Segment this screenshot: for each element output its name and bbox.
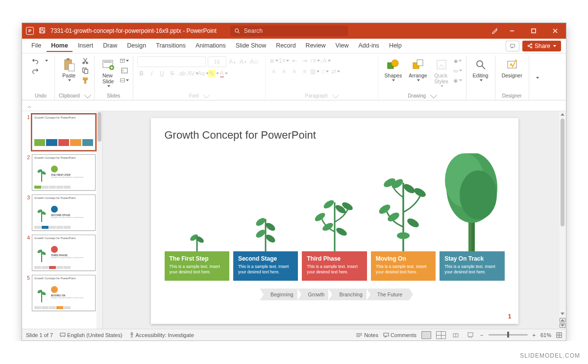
tab-file[interactable]: File — [27, 40, 46, 52]
clear-format-button[interactable]: A◇ — [250, 57, 259, 66]
thumbnail-panel[interactable]: 1Growth Concept for PowerPoint2Growth Co… — [22, 111, 103, 329]
arrow-branching[interactable]: Branching — [328, 289, 369, 300]
thumbnail-3[interactable]: 3Growth Concept for PowerPointSECOND STA… — [24, 194, 100, 231]
search-input[interactable]: Search — [230, 25, 348, 36]
collapse-ribbon-button[interactable] — [533, 74, 541, 82]
stage-5[interactable]: Stay On TrackThis is a sample text. Inse… — [440, 153, 504, 281]
highlight-button[interactable]: ✎ — [209, 69, 218, 78]
save-icon[interactable] — [39, 27, 46, 35]
thumbnail-scrollbar[interactable] — [97, 111, 102, 329]
stage-card-2[interactable]: Second StageThis is a sample text. Inser… — [233, 251, 298, 281]
stage-card-4[interactable]: Moving OnThis is a sample text. Insert y… — [371, 251, 436, 281]
zoom-out-button[interactable]: − — [480, 332, 483, 338]
canvas-scrollbar[interactable] — [559, 111, 566, 329]
new-slide-button[interactable]: New Slide — [98, 56, 118, 89]
qat-dropdown[interactable] — [27, 103, 33, 109]
slide-title[interactable]: Growth Concept for PowerPoint — [165, 129, 505, 142]
stage-2[interactable]: Second StageThis is a sample text. Inser… — [233, 211, 298, 281]
arrow-growth[interactable]: Growth — [297, 289, 332, 300]
thumbnail-2[interactable]: 2Growth Concept for PowerPointTHE FIRST … — [24, 154, 100, 191]
comments-pane-button[interactable]: Comments — [383, 332, 416, 338]
thumbnail-4[interactable]: 4Growth Concept for PowerPointTHIRD PHAS… — [24, 235, 100, 271]
close-button[interactable] — [544, 23, 566, 39]
bold-button[interactable]: B — [137, 69, 146, 78]
reset-button[interactable] — [120, 66, 129, 75]
columns-button[interactable]: ▥ — [311, 67, 319, 76]
zoom-in-button[interactable]: + — [533, 332, 536, 338]
slideshow-button[interactable] — [466, 331, 475, 339]
align-left-button[interactable]: ≡ — [270, 67, 278, 76]
undo-dropdown[interactable] — [42, 56, 50, 65]
language-status[interactable]: English (United States) — [60, 332, 122, 338]
stage-card-1[interactable]: The First StepThis is a sample text. Ins… — [165, 251, 229, 281]
fit-window-button[interactable] — [556, 332, 562, 338]
editing-button[interactable]: Editing — [470, 56, 491, 83]
notes-button[interactable]: Notes — [356, 332, 378, 338]
font-color-button[interactable]: A — [220, 69, 228, 78]
align-center-button[interactable]: ≡ — [280, 67, 289, 76]
numbering-button[interactable]: 1≡ — [280, 56, 289, 65]
tab-animations[interactable]: Animations — [191, 40, 230, 52]
slide-counter[interactable]: Slide 1 of 7 — [26, 332, 53, 338]
smartart-button[interactable]: ⇄ — [331, 67, 340, 76]
normal-view-button[interactable] — [421, 331, 431, 339]
slide[interactable]: Growth Concept for PowerPoint The First … — [151, 118, 518, 324]
underline-button[interactable]: U — [158, 69, 167, 78]
shape-outline-button[interactable]: ▭ — [453, 66, 462, 75]
pen-mode-icon[interactable] — [491, 27, 498, 35]
reading-view-button[interactable] — [451, 331, 461, 339]
strike-button[interactable]: S — [168, 69, 177, 78]
tab-home[interactable]: Home — [47, 40, 73, 52]
quick-styles-button[interactable]: Quick Styles — [432, 56, 451, 89]
thumbnail-5[interactable]: 5Growth Concept for PowerPointMOVING ONS… — [24, 275, 100, 311]
stage-4[interactable]: Moving OnThis is a sample text. Insert y… — [371, 173, 436, 281]
slide-canvas[interactable]: Growth Concept for PowerPoint The First … — [103, 111, 566, 329]
arrange-button[interactable]: Arrange — [406, 56, 429, 83]
maximize-button[interactable] — [523, 23, 544, 39]
stage-card-3[interactable]: Third PhaseThis is a sample text. Insert… — [302, 251, 367, 281]
stage-card-5[interactable]: Stay On TrackThis is a sample text. Inse… — [440, 251, 504, 281]
section-button[interactable] — [120, 76, 129, 85]
shapes-button[interactable]: Shapes — [382, 56, 405, 83]
justify-button[interactable]: ≡ — [300, 67, 309, 76]
font-family-combo[interactable] — [137, 56, 206, 67]
indent-dec-button[interactable]: ⇤ — [290, 56, 299, 65]
tab-draw[interactable]: Draw — [98, 40, 122, 52]
cut-button[interactable] — [81, 56, 90, 65]
tab-insert[interactable]: Insert — [74, 40, 98, 52]
undo-button[interactable] — [31, 56, 40, 65]
spacing-button[interactable]: AV — [189, 69, 197, 78]
bullets-button[interactable]: ≣ — [270, 56, 278, 65]
tab-add-ins[interactable]: Add-ins — [354, 40, 383, 52]
align-right-button[interactable]: ≡ — [290, 67, 299, 76]
decrease-font-button[interactable]: A▼ — [239, 57, 248, 66]
stage-1[interactable]: The First StepThis is a sample text. Ins… — [165, 229, 229, 281]
tab-review[interactable]: Review — [301, 40, 330, 52]
tab-transitions[interactable]: Transitions — [151, 40, 190, 52]
indent-inc-button[interactable]: ⇥ — [300, 56, 309, 65]
tab-slide-show[interactable]: Slide Show — [231, 40, 271, 52]
minimize-button[interactable] — [501, 23, 523, 39]
zoom-level[interactable]: 61% — [540, 332, 551, 338]
shape-fill-button[interactable]: ◆ — [453, 56, 462, 65]
tab-design[interactable]: Design — [122, 40, 150, 52]
comments-button[interactable] — [506, 41, 519, 51]
increase-font-button[interactable]: A▲ — [228, 57, 237, 66]
sorter-view-button[interactable] — [436, 331, 446, 339]
tab-help[interactable]: Help — [385, 40, 406, 52]
tab-record[interactable]: Record — [271, 40, 300, 52]
format-painter-button[interactable] — [81, 76, 90, 85]
text-direction-button[interactable]: ↓A — [321, 56, 330, 65]
zoom-slider[interactable] — [489, 334, 528, 336]
shadow-button[interactable]: ab — [178, 69, 187, 78]
arrow-beginning[interactable]: Beginning — [260, 289, 300, 300]
italic-button[interactable]: I — [147, 69, 156, 78]
paste-button[interactable]: Paste — [59, 56, 79, 83]
arrow-the-future[interactable]: The Future — [367, 289, 409, 300]
copy-button[interactable] — [81, 66, 90, 75]
align-text-button[interactable]: □ — [321, 67, 330, 76]
font-size-combo[interactable]: 16 — [208, 56, 226, 67]
share-button[interactable]: Share — [522, 41, 561, 51]
case-button[interactable]: Aa — [199, 69, 208, 78]
accessibility-status[interactable]: Accessibility: Investigate — [129, 332, 194, 338]
